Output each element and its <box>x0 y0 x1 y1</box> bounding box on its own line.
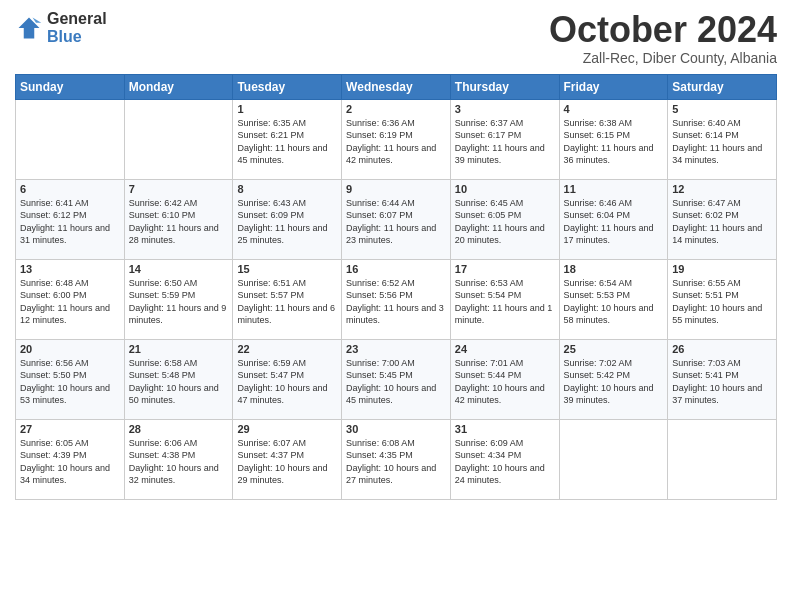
day-cell: 16Sunrise: 6:52 AMSunset: 5:56 PMDayligh… <box>342 259 451 339</box>
day-info: Sunrise: 6:42 AMSunset: 6:10 PMDaylight:… <box>129 197 229 247</box>
day-info: Sunrise: 6:47 AMSunset: 6:02 PMDaylight:… <box>672 197 772 247</box>
day-number: 21 <box>129 343 229 355</box>
day-number: 2 <box>346 103 446 115</box>
day-info: Sunrise: 6:37 AMSunset: 6:17 PMDaylight:… <box>455 117 555 167</box>
day-info: Sunrise: 7:01 AMSunset: 5:44 PMDaylight:… <box>455 357 555 407</box>
day-cell: 17Sunrise: 6:53 AMSunset: 5:54 PMDayligh… <box>450 259 559 339</box>
day-cell: 15Sunrise: 6:51 AMSunset: 5:57 PMDayligh… <box>233 259 342 339</box>
weekday-header-friday: Friday <box>559 74 668 99</box>
week-row-4: 20Sunrise: 6:56 AMSunset: 5:50 PMDayligh… <box>16 339 777 419</box>
day-cell <box>124 99 233 179</box>
day-info: Sunrise: 6:43 AMSunset: 6:09 PMDaylight:… <box>237 197 337 247</box>
day-cell: 13Sunrise: 6:48 AMSunset: 6:00 PMDayligh… <box>16 259 125 339</box>
day-number: 25 <box>564 343 664 355</box>
day-number: 15 <box>237 263 337 275</box>
day-info: Sunrise: 6:08 AMSunset: 4:35 PMDaylight:… <box>346 437 446 487</box>
day-info: Sunrise: 6:09 AMSunset: 4:34 PMDaylight:… <box>455 437 555 487</box>
weekday-header-row: SundayMondayTuesdayWednesdayThursdayFrid… <box>16 74 777 99</box>
day-cell: 24Sunrise: 7:01 AMSunset: 5:44 PMDayligh… <box>450 339 559 419</box>
day-cell: 10Sunrise: 6:45 AMSunset: 6:05 PMDayligh… <box>450 179 559 259</box>
week-row-3: 13Sunrise: 6:48 AMSunset: 6:00 PMDayligh… <box>16 259 777 339</box>
day-cell: 20Sunrise: 6:56 AMSunset: 5:50 PMDayligh… <box>16 339 125 419</box>
day-number: 24 <box>455 343 555 355</box>
day-info: Sunrise: 7:03 AMSunset: 5:41 PMDaylight:… <box>672 357 772 407</box>
month-title: October 2024 <box>549 10 777 50</box>
day-number: 3 <box>455 103 555 115</box>
svg-marker-1 <box>33 17 42 22</box>
day-number: 23 <box>346 343 446 355</box>
day-info: Sunrise: 6:52 AMSunset: 5:56 PMDaylight:… <box>346 277 446 327</box>
day-cell: 6Sunrise: 6:41 AMSunset: 6:12 PMDaylight… <box>16 179 125 259</box>
weekday-header-sunday: Sunday <box>16 74 125 99</box>
page: General Blue October 2024 Zall-Rec, Dibe… <box>0 0 792 612</box>
weekday-header-monday: Monday <box>124 74 233 99</box>
day-info: Sunrise: 6:44 AMSunset: 6:07 PMDaylight:… <box>346 197 446 247</box>
day-info: Sunrise: 6:48 AMSunset: 6:00 PMDaylight:… <box>20 277 120 327</box>
day-cell: 11Sunrise: 6:46 AMSunset: 6:04 PMDayligh… <box>559 179 668 259</box>
day-cell: 12Sunrise: 6:47 AMSunset: 6:02 PMDayligh… <box>668 179 777 259</box>
day-info: Sunrise: 7:00 AMSunset: 5:45 PMDaylight:… <box>346 357 446 407</box>
day-info: Sunrise: 6:35 AMSunset: 6:21 PMDaylight:… <box>237 117 337 167</box>
day-number: 12 <box>672 183 772 195</box>
day-info: Sunrise: 6:40 AMSunset: 6:14 PMDaylight:… <box>672 117 772 167</box>
day-number: 5 <box>672 103 772 115</box>
day-cell <box>559 419 668 499</box>
weekday-header-thursday: Thursday <box>450 74 559 99</box>
day-info: Sunrise: 6:06 AMSunset: 4:38 PMDaylight:… <box>129 437 229 487</box>
day-number: 22 <box>237 343 337 355</box>
day-number: 9 <box>346 183 446 195</box>
day-info: Sunrise: 6:58 AMSunset: 5:48 PMDaylight:… <box>129 357 229 407</box>
day-number: 29 <box>237 423 337 435</box>
day-cell: 9Sunrise: 6:44 AMSunset: 6:07 PMDaylight… <box>342 179 451 259</box>
day-number: 20 <box>20 343 120 355</box>
day-number: 28 <box>129 423 229 435</box>
day-number: 27 <box>20 423 120 435</box>
week-row-5: 27Sunrise: 6:05 AMSunset: 4:39 PMDayligh… <box>16 419 777 499</box>
day-number: 31 <box>455 423 555 435</box>
day-cell: 4Sunrise: 6:38 AMSunset: 6:15 PMDaylight… <box>559 99 668 179</box>
location-title: Zall-Rec, Diber County, Albania <box>549 50 777 66</box>
calendar-table: SundayMondayTuesdayWednesdayThursdayFrid… <box>15 74 777 500</box>
day-cell: 28Sunrise: 6:06 AMSunset: 4:38 PMDayligh… <box>124 419 233 499</box>
day-cell: 8Sunrise: 6:43 AMSunset: 6:09 PMDaylight… <box>233 179 342 259</box>
logo-text: General Blue <box>47 10 107 45</box>
day-cell: 25Sunrise: 7:02 AMSunset: 5:42 PMDayligh… <box>559 339 668 419</box>
day-number: 17 <box>455 263 555 275</box>
day-number: 26 <box>672 343 772 355</box>
day-info: Sunrise: 6:05 AMSunset: 4:39 PMDaylight:… <box>20 437 120 487</box>
day-info: Sunrise: 6:55 AMSunset: 5:51 PMDaylight:… <box>672 277 772 327</box>
day-info: Sunrise: 6:46 AMSunset: 6:04 PMDaylight:… <box>564 197 664 247</box>
day-info: Sunrise: 6:36 AMSunset: 6:19 PMDaylight:… <box>346 117 446 167</box>
day-cell: 23Sunrise: 7:00 AMSunset: 5:45 PMDayligh… <box>342 339 451 419</box>
weekday-header-saturday: Saturday <box>668 74 777 99</box>
day-number: 4 <box>564 103 664 115</box>
day-cell: 1Sunrise: 6:35 AMSunset: 6:21 PMDaylight… <box>233 99 342 179</box>
day-cell: 2Sunrise: 6:36 AMSunset: 6:19 PMDaylight… <box>342 99 451 179</box>
day-info: Sunrise: 6:59 AMSunset: 5:47 PMDaylight:… <box>237 357 337 407</box>
logo-general: General <box>47 10 107 28</box>
day-number: 30 <box>346 423 446 435</box>
day-cell: 27Sunrise: 6:05 AMSunset: 4:39 PMDayligh… <box>16 419 125 499</box>
day-cell <box>16 99 125 179</box>
day-info: Sunrise: 6:51 AMSunset: 5:57 PMDaylight:… <box>237 277 337 327</box>
day-cell: 26Sunrise: 7:03 AMSunset: 5:41 PMDayligh… <box>668 339 777 419</box>
day-number: 11 <box>564 183 664 195</box>
day-info: Sunrise: 6:45 AMSunset: 6:05 PMDaylight:… <box>455 197 555 247</box>
day-cell: 18Sunrise: 6:54 AMSunset: 5:53 PMDayligh… <box>559 259 668 339</box>
day-number: 16 <box>346 263 446 275</box>
day-number: 18 <box>564 263 664 275</box>
day-number: 14 <box>129 263 229 275</box>
day-info: Sunrise: 7:02 AMSunset: 5:42 PMDaylight:… <box>564 357 664 407</box>
day-cell: 29Sunrise: 6:07 AMSunset: 4:37 PMDayligh… <box>233 419 342 499</box>
day-number: 7 <box>129 183 229 195</box>
day-cell: 7Sunrise: 6:42 AMSunset: 6:10 PMDaylight… <box>124 179 233 259</box>
day-number: 13 <box>20 263 120 275</box>
weekday-header-wednesday: Wednesday <box>342 74 451 99</box>
day-number: 19 <box>672 263 772 275</box>
day-cell: 30Sunrise: 6:08 AMSunset: 4:35 PMDayligh… <box>342 419 451 499</box>
day-info: Sunrise: 6:56 AMSunset: 5:50 PMDaylight:… <box>20 357 120 407</box>
day-number: 8 <box>237 183 337 195</box>
logo: General Blue <box>15 10 107 45</box>
week-row-2: 6Sunrise: 6:41 AMSunset: 6:12 PMDaylight… <box>16 179 777 259</box>
day-number: 10 <box>455 183 555 195</box>
